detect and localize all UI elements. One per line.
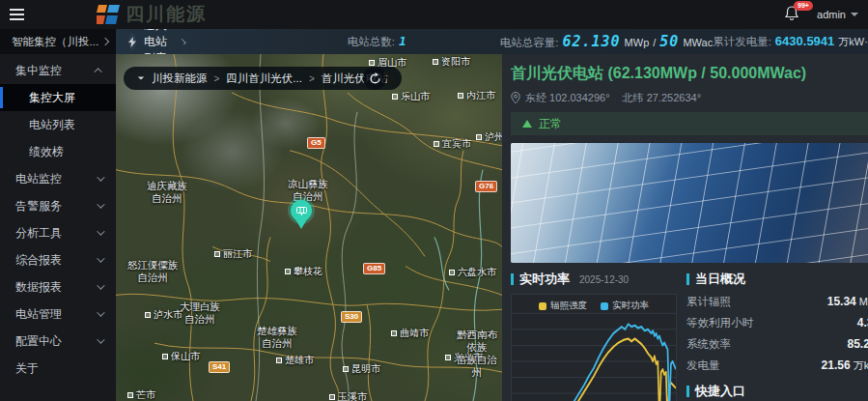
chevron-up-icon	[94, 68, 101, 75]
station-photo	[511, 143, 868, 263]
chevron-down-icon	[97, 227, 104, 235]
station-status-bar: 正常	[511, 112, 868, 135]
map-city-label: 内江市	[458, 89, 495, 102]
chevron-right-icon	[181, 39, 186, 44]
app-logo: 四川能源	[97, 2, 207, 27]
sidebar: 智能集控（川投... 集中监控 集控大屏 电站列表 绩效榜 电站监控 告警服务 …	[0, 29, 116, 401]
stats-topbar: 进入电站列表 电站总数: 1 电站总容量: 62.130 MWp / 50 MW…	[116, 29, 868, 54]
daily-row-irradiation: 累计辐照 15.34 MJ/m²	[686, 295, 868, 309]
notifications-bell[interactable]: 99+	[784, 5, 803, 24]
daily-overview-title: 当日概况	[695, 271, 745, 288]
chevron-down-icon	[97, 281, 104, 289]
section-accent-bar	[686, 273, 689, 285]
legend-swatch-yellow	[539, 302, 546, 310]
stat-station-count: 电站总数: 1	[348, 34, 407, 49]
station-count-value: 1	[399, 34, 407, 48]
map-city-label: 泸水市	[145, 308, 182, 322]
map-breadcrumb: 川投新能源 > 四川首川光伏... > 首川光伏电站	[124, 67, 402, 90]
map-prefecture-label: 大理白族 自治州	[180, 301, 220, 326]
sidebar-item-alarm-service[interactable]: 告警服务	[0, 192, 116, 219]
station-coordinates: 东经 102.034296° 北纬 27.252634°	[511, 91, 868, 105]
chevron-down-icon[interactable]	[138, 76, 144, 79]
lightning-icon	[128, 33, 136, 50]
chevron-down-icon	[97, 308, 104, 316]
chevron-down-icon	[97, 173, 104, 181]
map-prefecture-label: 凉山彝族 自治州	[288, 178, 328, 203]
map-city-label: 六盘水市	[449, 266, 496, 279]
sidebar-item-station-management[interactable]: 电站管理	[0, 301, 116, 328]
latitude: 北纬 27.252634°	[623, 91, 701, 105]
map-refresh-button[interactable]	[363, 67, 386, 90]
road-badge: S41	[209, 361, 230, 373]
map-city-label: 芒市	[127, 388, 155, 401]
quick-entry-section: 快捷入口	[686, 383, 868, 400]
sidebar-item-about[interactable]: 关于	[0, 355, 116, 382]
capacity-mwac-value: 50	[659, 33, 679, 50]
realtime-power-chart[interactable]: 辐照强度 实时功率	[511, 294, 677, 401]
sidebar-item-station-monitoring[interactable]: 电站监控	[0, 165, 116, 192]
sidebar-item-data-reports[interactable]: 数据报表	[0, 273, 116, 301]
road-badge: G76	[475, 181, 497, 192]
status-text: 正常	[539, 116, 562, 132]
chevron-right-icon	[101, 38, 109, 45]
map-prefecture-label: 楚雄彝族 自治州	[257, 325, 297, 350]
map-city-label: 攀枝花	[285, 265, 322, 278]
map-city-label: 宜宾市	[434, 137, 471, 151]
status-normal-icon	[522, 120, 532, 128]
sidebar-org-selector[interactable]: 智能集控（川投...	[0, 29, 116, 54]
station-detail-panel: 首川光伏电站 (62.130MWp / 50.000MWac) 东经 102.0…	[502, 54, 868, 401]
map-prefecture-label: 迪庆藏族 自治州	[147, 180, 187, 205]
sidebar-item-central-screen[interactable]: 集控大屏	[0, 84, 116, 111]
daily-row-equivalent-hours: 等效利用小时 4.31 h	[686, 316, 868, 330]
sidebar-item-performance[interactable]: 绩效榜	[0, 138, 116, 165]
stat-total-energy: 累计发电量: 6430.5941 万kW·h	[713, 34, 868, 49]
map-city-label: 乐山市	[392, 90, 430, 103]
chevron-down-icon	[851, 13, 858, 16]
map-city-label: 楚雄市	[276, 354, 314, 367]
org-label: 智能集控（川投...	[12, 35, 98, 49]
sidebar-item-central-monitoring[interactable]: 集中监控	[0, 57, 116, 84]
sidebar-item-综合报表[interactable]: 综合报表	[0, 246, 116, 273]
sidebar-item-analysis-tools[interactable]: 分析工具	[0, 219, 116, 246]
chevron-down-icon	[97, 335, 104, 343]
refresh-icon	[369, 72, 381, 85]
section-accent-bar	[686, 386, 689, 397]
location-pin-icon	[511, 92, 520, 104]
solar-plant-icon	[296, 207, 307, 215]
road-badge: G5	[307, 137, 325, 149]
map-city-label: 保山市	[162, 350, 200, 363]
map-prefecture-label: 黔西南布依族 苗族自治州	[452, 329, 502, 380]
capacity-mwp-value: 62.130	[562, 33, 620, 50]
realtime-power-section: 实时功率 2025-12-30 辐照强度 实时功率	[511, 271, 677, 401]
breadcrumb-group[interactable]: 川投新能源	[152, 72, 208, 86]
legend-irradiance[interactable]: 辐照强度	[539, 300, 587, 312]
map-city-label: 曲靖市	[391, 327, 429, 340]
map-city-label: 泸州市	[476, 130, 502, 144]
sidebar-item-station-list[interactable]: 电站列表	[0, 111, 116, 138]
breadcrumb-company[interactable]: 四川首川光伏...	[226, 72, 302, 86]
longitude: 东经 102.034296°	[525, 91, 610, 105]
daily-row-energy: 发电量 21.56 万kW·h	[686, 358, 868, 373]
section-accent-bar	[511, 273, 514, 285]
user-menu[interactable]: admin	[817, 9, 858, 20]
map-city-label: 昆明市	[343, 362, 380, 376]
map-city-label: 资阳市	[433, 55, 470, 69]
hamburger-menu-icon[interactable]	[0, 9, 37, 20]
station-map-pin[interactable]	[291, 200, 312, 221]
road-badge: S30	[341, 311, 362, 323]
stat-total-capacity: 电站总容量: 62.130 MWp / 50 MWac	[500, 33, 713, 50]
energy-value: 6430.5941	[775, 34, 834, 48]
sidebar-menu: 集中监控 集控大屏 电站列表 绩效榜 电站监控 告警服务 分析工具 综合报表 数…	[0, 54, 116, 401]
app-title: 四川能源	[126, 2, 207, 27]
satellite-map[interactable]: 眉山市 资阳市 乐山市 内江市 宜宾市 泸州市 凉山彝族 自治州 迪庆藏族 自治…	[116, 54, 502, 401]
chevron-down-icon	[97, 200, 104, 208]
quick-entry-title: 快捷入口	[695, 383, 745, 400]
chart-date: 2025-12-30	[579, 274, 629, 285]
sidebar-item-config-center[interactable]: 配置中心	[0, 328, 116, 355]
top-header: 四川能源 99+ admin	[0, 0, 868, 29]
chevron-down-icon	[97, 254, 104, 262]
map-city-label: 丽江市	[214, 247, 252, 261]
chart-legend: 辐照强度 实时功率	[512, 300, 676, 312]
legend-power[interactable]: 实时功率	[601, 300, 649, 312]
notification-count-badge: 99+	[794, 1, 813, 11]
